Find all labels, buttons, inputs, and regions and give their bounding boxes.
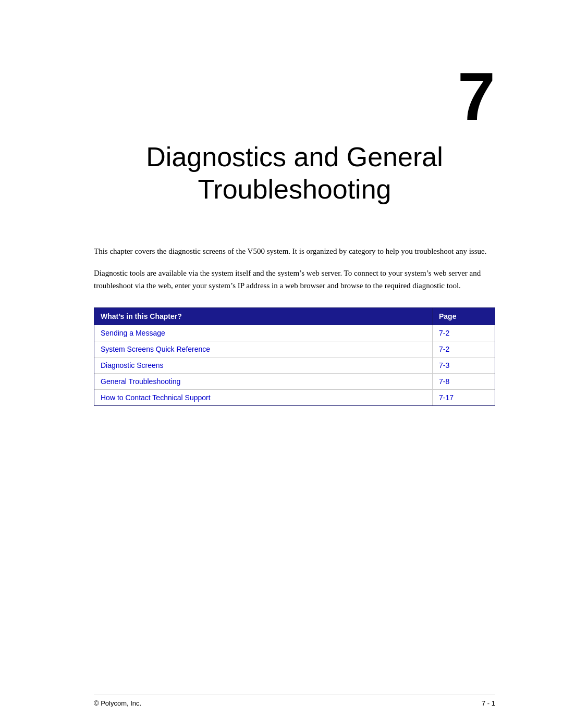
footer-page-number: 7 - 1 (482, 699, 495, 707)
toc-topic-link[interactable]: How to Contact Technical Support (101, 393, 211, 402)
toc-page-link[interactable]: 7-8 (439, 377, 449, 386)
chapter-number: 7 (458, 63, 495, 130)
intro-paragraph-2: Diagnostic tools are available via the s… (94, 267, 495, 292)
toc-page-link[interactable]: 7-2 (439, 329, 449, 337)
toc-topic-link[interactable]: Diagnostic Screens (101, 361, 164, 369)
chapter-title-line1: Diagnostics and General (146, 142, 443, 172)
table-row: Sending a Message7-2 (94, 325, 495, 341)
table-row: Diagnostic Screens7-3 (94, 357, 495, 374)
toc-page-link[interactable]: 7-3 (439, 361, 449, 369)
content-area: This chapter covers the diagnostic scree… (94, 245, 495, 406)
table-row: How to Contact Technical Support7-17 (94, 390, 495, 406)
page-container: 7 Diagnostics and General Troubleshootin… (0, 0, 563, 728)
toc-header-page: Page (433, 308, 495, 325)
toc-body: Sending a Message7-2System Screens Quick… (94, 325, 495, 406)
toc-header-row: What’s in this Chapter? Page (94, 308, 495, 325)
page-footer: © Polycom, Inc. 7 - 1 (94, 695, 495, 707)
footer-copyright: © Polycom, Inc. (94, 699, 141, 707)
toc-topic-link[interactable]: Sending a Message (101, 329, 165, 337)
table-row: System Screens Quick Reference7-2 (94, 341, 495, 357)
toc-topic-link[interactable]: General Troubleshooting (101, 377, 180, 386)
chapter-title: Diagnostics and General Troubleshooting (94, 141, 495, 206)
chapter-title-line2: Troubleshooting (198, 174, 391, 204)
toc-header-topic: What’s in this Chapter? (94, 308, 433, 325)
toc-topic-link[interactable]: System Screens Quick Reference (101, 345, 210, 353)
toc-table: What’s in this Chapter? Page Sending a M… (94, 307, 495, 406)
table-row: General Troubleshooting7-8 (94, 374, 495, 390)
toc-page-link[interactable]: 7-2 (439, 345, 449, 353)
intro-paragraph-1: This chapter covers the diagnostic scree… (94, 245, 495, 257)
toc-page-link[interactable]: 7-17 (439, 393, 454, 402)
